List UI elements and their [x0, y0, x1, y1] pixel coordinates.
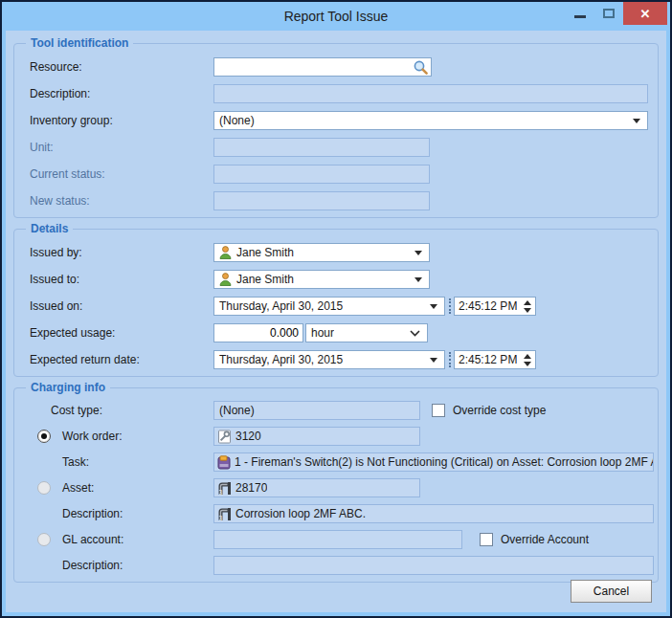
close-icon: ✕: [640, 7, 651, 21]
expected-return-time-value: 2:45:12 PM: [455, 353, 517, 366]
spin-up-icon[interactable]: [524, 354, 531, 359]
expected-usage-unit-value: hour: [306, 326, 334, 340]
cancel-button[interactable]: Cancel: [571, 580, 652, 603]
asset-description-label: Description:: [62, 507, 123, 520]
maximize-button[interactable]: [594, 2, 623, 25]
window-controls: ✕: [566, 2, 667, 25]
work-order-row: Work order: 3120: [30, 427, 658, 446]
asset-description-label-cell: Description:: [30, 507, 213, 520]
report-tool-issue-dialog: Report Tool Issue ✕ Tool identification …: [0, 0, 672, 618]
grip-dots-icon: [449, 298, 451, 314]
close-button[interactable]: ✕: [623, 2, 667, 25]
gl-description-field: [213, 556, 654, 575]
issued-to-value: Jane Smith: [214, 273, 294, 286]
current-status-row: Current status:: [30, 165, 658, 184]
override-account-checkbox[interactable]: [480, 533, 493, 546]
task-row: Task: 1 - Fireman's Switch(2) is Not Fun…: [30, 452, 658, 472]
current-status-label: Current status:: [30, 167, 213, 181]
cost-type-label: Cost type:: [51, 404, 102, 417]
search-icon[interactable]: [413, 59, 429, 76]
time-spinner[interactable]: [524, 354, 531, 366]
time-spinner[interactable]: [524, 300, 531, 313]
unit-label: Unit:: [30, 141, 213, 154]
asset-label: Asset:: [62, 481, 94, 495]
issued-on-time-input[interactable]: 2:45:12 PM: [454, 297, 536, 316]
section-charging-info: Charging info Cost type: (None) Override…: [13, 381, 659, 583]
svg-text:3: 3: [219, 488, 223, 495]
dialog-title: Report Tool Issue: [284, 9, 389, 24]
asset-field: 3 28170: [213, 478, 420, 497]
resource-text-input[interactable]: [214, 59, 413, 75]
spin-down-icon[interactable]: [524, 308, 531, 313]
expected-return-date-value: Thursday, April 30, 2015: [214, 353, 343, 366]
resource-label: Resource:: [30, 60, 213, 74]
section-details: Details Issued by: Jane Smith Issued to:: [13, 222, 659, 377]
issued-on-date-select[interactable]: Thursday, April 30, 2015: [213, 297, 445, 316]
work-order-label: Work order:: [62, 430, 122, 443]
description-field: [213, 84, 648, 103]
gl-description-label: Description:: [62, 559, 123, 572]
chevron-down-icon: [430, 304, 437, 309]
work-order-label-cell: Work order:: [30, 430, 213, 443]
current-status-field: [213, 165, 430, 184]
expected-usage-text-input[interactable]: [146, 325, 302, 341]
task-value: 1 - Fireman's Switch(2) is Not Functioni…: [231, 455, 653, 469]
asset-icon: 3: [217, 481, 232, 496]
asset-label-cell: Asset:: [30, 481, 213, 495]
gl-account-field: [213, 530, 462, 549]
cost-type-row: Cost type: (None) Override cost type: [30, 401, 658, 420]
spin-up-icon[interactable]: [524, 300, 531, 305]
task-field: 1 - Fireman's Switch(2) is Not Functioni…: [213, 452, 654, 472]
expected-usage-input[interactable]: [213, 323, 303, 342]
asset-row: Asset: 3 28170: [30, 478, 658, 497]
issued-to-row: Issued to: Jane Smith: [30, 270, 658, 289]
work-order-value: 3120: [232, 430, 261, 443]
work-order-radio[interactable]: [37, 430, 51, 443]
issued-by-row: Issued by: Jane Smith: [30, 243, 658, 262]
expected-return-time-input[interactable]: 2:45:12 PM: [454, 350, 536, 369]
override-cost-type-checkbox[interactable]: [432, 404, 445, 417]
inventory-group-select[interactable]: (None): [213, 111, 648, 130]
inventory-group-label: Inventory group:: [30, 114, 213, 127]
task-label-cell: Task:: [30, 455, 213, 469]
minimize-button[interactable]: [566, 2, 594, 25]
issued-to-select[interactable]: Jane Smith: [213, 270, 430, 289]
gl-account-radio[interactable]: [37, 533, 51, 546]
section-title: Tool identification: [26, 36, 133, 50]
issued-by-value: Jane Smith: [214, 246, 294, 259]
issued-on-date-value: Thursday, April 30, 2015: [214, 299, 343, 313]
gl-account-row: GL account: Override Account: [30, 530, 658, 549]
gl-account-label: GL account:: [62, 533, 123, 546]
resource-input[interactable]: [213, 57, 432, 77]
asset-description-field: 3 Corrosion loop 2MF ABC.: [213, 504, 654, 523]
asset-icon: 3: [217, 507, 232, 521]
issued-by-select[interactable]: Jane Smith: [213, 243, 430, 262]
inventory-group-row: Inventory group: (None): [30, 111, 658, 130]
chevron-down-icon: [414, 251, 422, 255]
new-status-row: New status:: [30, 191, 658, 210]
issued-to-label: Issued to:: [30, 273, 213, 286]
issued-on-row: Issued on: Thursday, April 30, 2015 2:45…: [30, 297, 658, 316]
section-tool-identification: Tool identification Resource: Descriptio…: [13, 36, 659, 218]
work-order-field: 3120: [213, 427, 420, 446]
expected-usage-row: Expected usage: hour: [30, 323, 658, 342]
maximize-icon: [603, 9, 615, 18]
cost-type-label-cell: Cost type:: [30, 404, 213, 417]
asset-description-row: Description: 3 Corrosion loop 2MF ABC.: [30, 504, 658, 523]
expected-return-date-select[interactable]: Thursday, April 30, 2015: [213, 350, 445, 369]
asset-radio[interactable]: [37, 481, 51, 495]
unit-row: Unit:: [30, 138, 658, 157]
issued-by-label: Issued by:: [30, 246, 213, 259]
work-order-icon: [217, 430, 232, 444]
expected-usage-unit-select[interactable]: hour: [305, 323, 428, 342]
unit-field: [213, 138, 430, 157]
spin-down-icon[interactable]: [524, 362, 531, 366]
expected-return-row: Expected return date: Thursday, April 30…: [30, 350, 658, 369]
dialog-body: Tool identification Resource: Descriptio…: [6, 31, 666, 612]
cost-type-field: (None): [213, 401, 420, 420]
title-bar[interactable]: Report Tool Issue ✕: [2, 2, 670, 31]
issued-on-time-value: 2:45:12 PM: [455, 299, 517, 313]
inventory-group-value: (None): [214, 114, 255, 127]
asset-description-value: Corrosion loop 2MF ABC.: [232, 507, 366, 520]
gl-description-row: Description:: [30, 556, 658, 575]
